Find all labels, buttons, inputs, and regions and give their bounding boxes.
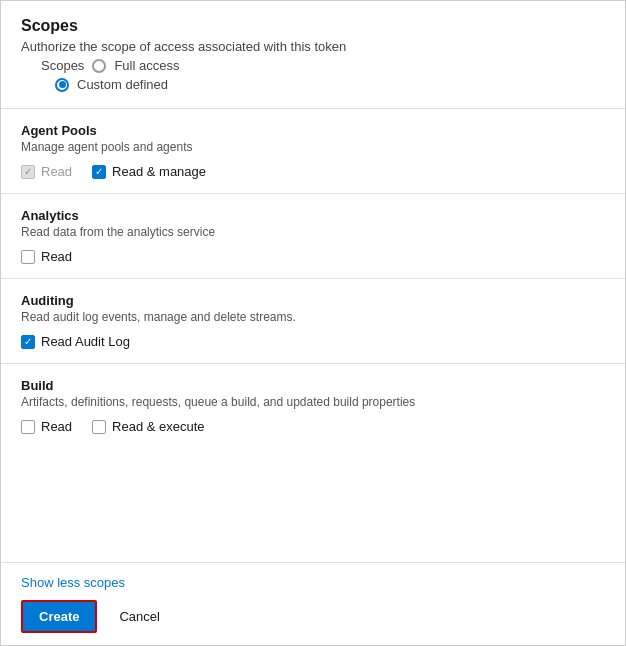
analytics-title: Analytics [21, 208, 605, 223]
build-execute-checkbox[interactable] [92, 420, 106, 434]
agent-pools-read-checkbox[interactable] [21, 165, 35, 179]
agent-pools-manage-item[interactable]: Read & manage [92, 164, 206, 179]
scopes-dialog: Scopes Authorize the scope of access ass… [0, 0, 626, 646]
build-checkboxes: Read Read & execute [21, 419, 605, 434]
agent-pools-read-item[interactable]: Read [21, 164, 72, 179]
dialog-footer: Show less scopes Create Cancel [1, 563, 625, 645]
footer-buttons: Create Cancel [21, 600, 605, 633]
create-button[interactable]: Create [21, 600, 97, 633]
build-read-checkbox[interactable] [21, 420, 35, 434]
auditing-read-audit-log-label: Read Audit Log [41, 334, 130, 349]
scopes-static-label: Scopes [41, 58, 84, 73]
section-agent-pools: Agent Pools Manage agent pools and agent… [1, 109, 625, 194]
analytics-read-checkbox[interactable] [21, 250, 35, 264]
full-access-label: Full access [114, 58, 179, 73]
custom-defined-radio[interactable] [55, 78, 69, 92]
agent-pools-read-label: Read [41, 164, 72, 179]
full-access-radio[interactable] [92, 59, 106, 73]
agent-pools-desc: Manage agent pools and agents [21, 140, 605, 154]
analytics-read-item[interactable]: Read [21, 249, 72, 264]
agent-pools-manage-checkbox[interactable] [92, 165, 106, 179]
build-read-item[interactable]: Read [21, 419, 72, 434]
auditing-read-audit-log-checkbox[interactable] [21, 335, 35, 349]
auditing-checkboxes: Read Audit Log [21, 334, 605, 349]
analytics-checkboxes: Read [21, 249, 605, 264]
build-read-label: Read [41, 419, 72, 434]
build-desc: Artifacts, definitions, requests, queue … [21, 395, 605, 409]
build-execute-label: Read & execute [112, 419, 205, 434]
scope-options: Scopes Full access Custom defined [21, 54, 605, 100]
auditing-read-audit-log-item[interactable]: Read Audit Log [21, 334, 130, 349]
section-analytics: Analytics Read data from the analytics s… [1, 194, 625, 279]
agent-pools-title: Agent Pools [21, 123, 605, 138]
dialog-header: Scopes Authorize the scope of access ass… [1, 1, 625, 108]
agent-pools-manage-label: Read & manage [112, 164, 206, 179]
scopes-scroll-container[interactable]: Agent Pools Manage agent pools and agent… [1, 108, 625, 563]
dialog-title: Scopes [21, 17, 605, 35]
dialog-subtitle: Authorize the scope of access associated… [21, 39, 605, 54]
cancel-button[interactable]: Cancel [107, 602, 171, 631]
section-auditing: Auditing Read audit log events, manage a… [1, 279, 625, 364]
section-build: Build Artifacts, definitions, requests, … [1, 364, 625, 448]
custom-defined-row: Custom defined [41, 77, 585, 92]
custom-defined-label: Custom defined [77, 77, 168, 92]
build-title: Build [21, 378, 605, 393]
build-execute-item[interactable]: Read & execute [92, 419, 205, 434]
auditing-desc: Read audit log events, manage and delete… [21, 310, 605, 324]
analytics-desc: Read data from the analytics service [21, 225, 605, 239]
scopes-label-row: Scopes Full access [41, 58, 585, 73]
analytics-read-label: Read [41, 249, 72, 264]
agent-pools-checkboxes: Read Read & manage [21, 164, 605, 179]
show-less-link[interactable]: Show less scopes [21, 575, 605, 590]
auditing-title: Auditing [21, 293, 605, 308]
